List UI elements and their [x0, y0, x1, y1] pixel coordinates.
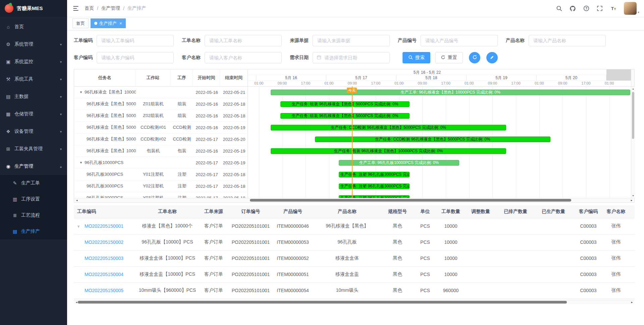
sidebar-item-label: 仓储管理 [14, 111, 57, 117]
order-cell-demand: 2022 [628, 282, 635, 299]
sidebar-subitem-work-order[interactable]: ✎生产工单 [0, 175, 67, 191]
order-cell-demand: 2022 [628, 250, 635, 266]
reset-button[interactable]: 重置 [435, 52, 463, 63]
sidebar-subitem-process-settings[interactable]: ▥工序设置 [0, 191, 67, 207]
order-code-link[interactable]: MO202205150001 [85, 223, 123, 229]
scroll-left-icon[interactable]: ◂ [75, 198, 79, 202]
horizontal-scroll-thumb[interactable] [78, 301, 567, 304]
sidebar-item-system-admin[interactable]: ⚙系统管理▾ [0, 36, 67, 53]
sidebar-item-home[interactable]: ⌂首页 [0, 18, 67, 36]
gantt-task-row[interactable]: 96孔移液盒【黑色】5000PCSCCD检测#02CCD检测2022-05-17… [74, 133, 248, 145]
source-doc-input[interactable] [317, 38, 386, 44]
vertical-scroll-thumb[interactable] [632, 92, 634, 139]
avatar[interactable] [624, 2, 637, 15]
sidebar-item-label: 系统监控 [14, 59, 57, 65]
customer-name-input[interactable] [209, 55, 278, 61]
gantt-bar-task[interactable]: 生产任务: 注塑 96孔孔板3000PCS 完成比例: 0% [339, 195, 410, 198]
demand-date-input[interactable] [324, 55, 386, 61]
font-size-icon[interactable]: TT [610, 5, 616, 11]
order-code-link[interactable]: MO202205150003 [85, 256, 123, 261]
gantt-task-row[interactable]: 96孔移液盒【黑色】5000PCSZ02组装机组装2022-05-162022-… [74, 110, 248, 122]
horizontal-scroll-thumb[interactable] [250, 199, 571, 202]
gantt-horizontal-scrollbar[interactable]: ◂ ▸ [74, 198, 634, 202]
gantt-bar-task[interactable]: 生产任务: 注塑 96孔孔板3000PCS 完成比例: 0% [339, 172, 410, 177]
task-start-cell: 2022-05-16 [193, 90, 220, 95]
gantt-bar-task[interactable]: 生产任务: 注塑 96孔孔板3000PCS 完成比例: 0% [339, 183, 410, 189]
sidebar-subitem-scheduling[interactable]: ▤生产排产 [0, 223, 67, 239]
tab-production-scheduling[interactable]: 生产排产× [91, 18, 126, 28]
close-icon[interactable]: × [119, 21, 122, 25]
sidebar-item-system-monitor[interactable]: ▣系统监控▾ [0, 53, 67, 70]
gantt-bar-task[interactable]: 生产任务: CCD检测 96孔移液盒【黑色】5000PCS 完成比例: 0% [271, 125, 506, 130]
sidebar-item-equipment[interactable]: ❖设备管理▾ [0, 123, 67, 140]
breadcrumb-item[interactable]: 生产管理 [101, 5, 120, 11]
tab-home[interactable]: 首页 [72, 18, 89, 28]
help-icon[interactable]: ? [583, 5, 589, 11]
orders-column-header: 工单来源 [199, 205, 228, 218]
gantt-task-row[interactable]: 96孔移液盒【黑色】5000PCSZ01组装机组装2022-05-162022-… [74, 98, 248, 110]
order-row[interactable]: MO20220515000510mm吸头【960000】PCS客户订单PO202… [74, 282, 635, 299]
customer-code-input[interactable] [101, 55, 170, 61]
product-code-input[interactable] [425, 38, 494, 44]
gantt-bar-task[interactable]: 生产任务: 组装 96孔移液盒【黑色】5000PCS 完成比例: 0% [280, 101, 410, 107]
order-cell-adjust [464, 234, 497, 250]
gantt-task-row[interactable]: ▼96孔孔板10000PCS2022-05-172022-05-19 [74, 157, 248, 169]
order-cell-product: 10mm吸头 [312, 282, 382, 299]
edit-circle-button[interactable] [486, 52, 498, 63]
orders-horizontal-scrollbar[interactable]: ◂ ▸ [74, 300, 635, 304]
scroll-right-icon[interactable]: ▸ [630, 198, 634, 202]
scroll-down-icon[interactable]: ▾ [631, 194, 635, 197]
gantt-bar-task[interactable]: 生产任务: CCD检测 96孔移液盒【黑色】5000PCS 完成比例: 0% [315, 137, 550, 142]
order-row[interactable]: MO202205150003移液盒盒体【10000】PCS客户订单PO20220… [74, 250, 635, 266]
order-row[interactable]: MO202205150004移液盒盒盖【10000】PCS客户订单PO20220… [74, 266, 635, 282]
sidebar-subitem-process-flow[interactable]: ≣工艺流程 [0, 207, 67, 223]
search-button[interactable]: 搜索 [402, 52, 430, 63]
task-station-cell: Z01组装机 [136, 101, 171, 107]
gantt-task-row[interactable]: 96孔孔板3000PCSY01注塑机注塑2022-05-172022-05-18 [74, 169, 248, 180]
sidebar-item-fixture[interactable]: ⊞工装夹具管理▾ [0, 140, 67, 158]
chevron-down-icon: ▾ [60, 77, 62, 81]
order-code-link[interactable]: MO202205150004 [85, 272, 123, 277]
order-row[interactable]: ∨MO202205150001移液盒【黑色】10000个客户订单PO202205… [74, 218, 635, 234]
user-menu[interactable]: ▾ [624, 2, 639, 15]
sidebar-item-master-data[interactable]: ▤主数据▾ [0, 88, 67, 105]
order-code-link[interactable]: MO202205150005 [85, 288, 123, 293]
svg-text:T: T [614, 7, 616, 11]
caret-down-icon: ▾ [638, 10, 639, 15]
order-cell-source: 客户订单 [199, 250, 228, 266]
gantt-bar-order[interactable]: 生产工单: 96孔移液盒【黑色】10000PCS 完成比例: 0% [271, 90, 630, 95]
gantt-task-row[interactable]: 96孔移液盒【黑色】10000PCS包装机包装2022-05-162022-05… [74, 145, 248, 157]
gantt-task-row[interactable]: 96孔孔板3000PCSY03注塑机注塑2022-05-172022-05-18 [74, 192, 248, 198]
refresh-circle-button[interactable] [469, 52, 480, 63]
breadcrumb-item[interactable]: 首页 [85, 5, 94, 11]
order-cell-cust_name: 张伟 [604, 218, 628, 234]
gantt-task-row[interactable]: 96孔孔板3000PCSY02注塑机注塑2022-05-172022-05-18 [74, 180, 248, 192]
timeline-hour-label: 01:00 [324, 81, 334, 85]
gantt-bar-order[interactable]: 生产工单: 96孔孔板10000PCS 完成比例: 0% [339, 160, 459, 166]
sidebar-item-system-tools[interactable]: ⚒系统工具▾ [0, 70, 67, 88]
sidebar-toggle-icon[interactable] [72, 5, 79, 12]
sidebar-item-production[interactable]: ◉生产管理▴ [0, 158, 67, 175]
gantt-vertical-scrollbar[interactable]: ▴ ▾ [631, 87, 635, 198]
github-icon[interactable] [570, 5, 576, 12]
order-row[interactable]: MO20220515000296孔孔板【10000】PCS客户订单PO20220… [74, 234, 635, 250]
expand-chevron-icon[interactable]: ▼ [79, 161, 83, 164]
gantt-task-row[interactable]: ▼96孔移液盒【黑色】10000PCS2022-05-162022-05-21 [74, 87, 248, 98]
gantt-task-row[interactable]: 96孔移液盒【黑色】5000PCSCCD检测#01CCD检测2022-05-16… [74, 122, 248, 133]
gantt-bar-task[interactable]: 生产任务: 组装 96孔移液盒【黑色】5000PCS 完成比例: 0% [280, 113, 410, 119]
work-order-code-input[interactable] [101, 38, 170, 44]
task-name-cell: 96孔移液盒【黑色】5000PCS [74, 101, 136, 107]
breadcrumb: 首页/生产管理/生产排产 [85, 5, 146, 11]
search-icon[interactable] [556, 5, 562, 11]
expand-chevron-icon[interactable]: ∨ [77, 224, 80, 228]
order-code-link[interactable]: MO202205150002 [85, 239, 123, 245]
work-order-name-input[interactable] [209, 38, 278, 44]
expand-chevron-icon[interactable]: ▼ [79, 91, 83, 94]
scroll-up-icon[interactable]: ▴ [631, 87, 635, 90]
gantt-bar-task[interactable]: 生产任务: 包装 96孔移液盒【黑色】10000PCS 完成比例: 0% [271, 148, 506, 154]
fullscreen-icon[interactable] [597, 5, 603, 11]
task-station-cell: CCD检测#01 [136, 124, 171, 130]
product-name-input[interactable] [533, 38, 602, 44]
scroll-right-icon[interactable]: ▸ [630, 300, 634, 304]
sidebar-item-warehouse[interactable]: ▦仓储管理▾ [0, 105, 67, 123]
